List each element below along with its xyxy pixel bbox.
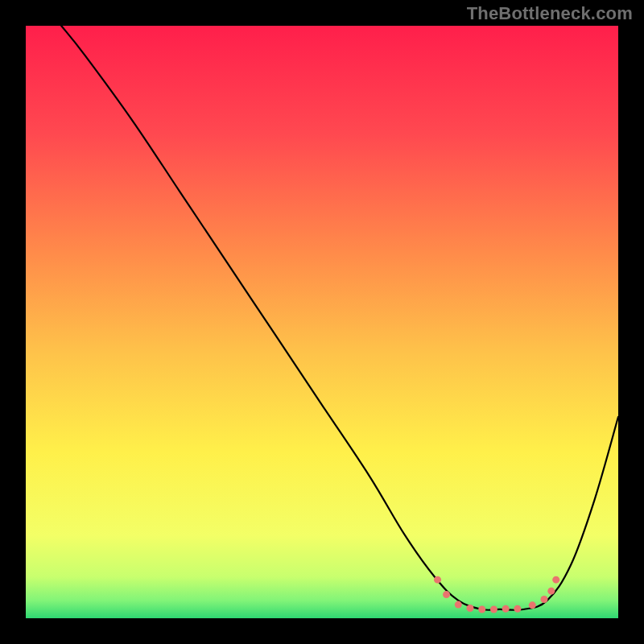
marker-dot bbox=[467, 605, 474, 612]
marker-dot bbox=[490, 605, 497, 613]
marker-dot bbox=[478, 605, 485, 613]
marker-dot bbox=[547, 588, 555, 595]
marker-dot bbox=[529, 601, 536, 609]
marker-dot bbox=[443, 591, 450, 598]
marker-dot bbox=[514, 605, 521, 613]
marker-dot bbox=[541, 596, 548, 603]
bottleneck-curve-chart bbox=[0, 0, 644, 644]
marker-dot bbox=[552, 576, 559, 584]
watermark-text: TheBottleneck.com bbox=[467, 3, 633, 24]
chart-frame: TheBottleneck.com bbox=[0, 0, 644, 644]
plot-background bbox=[26, 26, 618, 618]
marker-dot bbox=[502, 605, 510, 613]
marker-dot bbox=[455, 601, 462, 609]
marker-dot bbox=[434, 576, 441, 584]
